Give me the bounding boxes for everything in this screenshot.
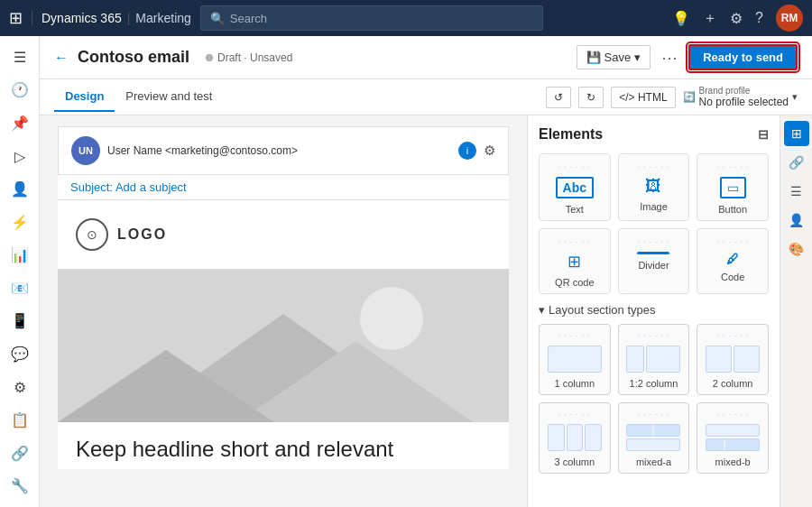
sidebar-item-contacts[interactable]: 👤	[4, 175, 36, 203]
save-dropdown-icon: ▾	[634, 51, 641, 64]
avatar[interactable]: RM	[776, 5, 803, 32]
email-editor: UN User Name <marketing@contoso.com> i ⚙…	[40, 115, 812, 507]
layout-3col-label: 3 column	[555, 456, 595, 467]
headline: Keep headline short and relevant	[58, 422, 509, 469]
redo-button[interactable]: ↻	[578, 87, 604, 108]
sidebar-item-segments[interactable]: ⚡	[4, 208, 36, 236]
toolbar-right: 💾 Save ▾ ⋯ Ready to send	[577, 44, 798, 71]
app-suite-label: Dynamics 365	[42, 11, 122, 25]
sidebar-item-tools[interactable]: 🔧	[4, 473, 36, 501]
more-button[interactable]: ⋯	[658, 44, 681, 71]
element-card-qr[interactable]: · · · · · · ⊞ QR code	[539, 228, 611, 294]
element-card-text[interactable]: · · · · · · Abc Text	[539, 153, 611, 221]
elements-title: Elements	[539, 126, 603, 143]
sidebar-item-settings[interactable]: ⚙	[4, 373, 36, 401]
code-element-label: Code	[721, 272, 744, 282]
save-button[interactable]: 💾 Save ▾	[577, 45, 651, 69]
divider-element-icon	[637, 252, 669, 254]
sidebar-item-pinned[interactable]: 📌	[4, 109, 36, 137]
text-element-icon: Abc	[556, 177, 594, 198]
layout-3col[interactable]: · · · · · · 3 column	[539, 402, 611, 474]
rs-icon-share[interactable]: 🔗	[784, 150, 809, 175]
qr-element-label: QR code	[555, 277, 594, 288]
right-sidebar: ⊞ 🔗 ☰ 👤 🎨	[780, 115, 812, 507]
button-element-label: Button	[718, 204, 747, 215]
rs-icon-list[interactable]: ☰	[784, 179, 809, 204]
sidebar-item-forms[interactable]: 📋	[4, 406, 36, 434]
panel-view-icon[interactable]: ⊟	[758, 127, 769, 142]
email-subject: Subject: Add a subject	[58, 175, 509, 200]
layout-mixed-b-preview	[706, 424, 760, 451]
hero-image[interactable]	[58, 269, 509, 422]
main-layout: ☰ 🕐 📌 ▷ 👤 ⚡ 📊 📧 📱 💬 ⚙ 📋 🔗 🔧 ← Contoso em…	[0, 36, 812, 507]
layout-2col-preview	[706, 346, 760, 373]
brand: Dynamics 365 | Marketing	[32, 11, 191, 25]
layout-mixed-a-preview	[626, 424, 680, 451]
image-element-label: Image	[640, 201, 668, 212]
sidebar-item-menu[interactable]: ☰	[4, 43, 36, 71]
draft-badge: Draft · Unsaved	[206, 51, 292, 64]
email-from: User Name <marketing@contoso.com>	[107, 144, 451, 157]
lightbulb-icon[interactable]: 💡	[672, 10, 690, 27]
layout-2col-label: 2 column	[713, 378, 753, 389]
chevron-down-icon: ▾	[539, 303, 545, 317]
sidebar-item-phone[interactable]: 📱	[4, 308, 36, 336]
search-input[interactable]	[230, 12, 533, 25]
elements-grid: · · · · · · Abc Text · · · · · · 🖼 Image	[539, 153, 769, 294]
brand-profile-value: No profile selected	[699, 96, 789, 108]
rs-icon-paint[interactable]: 🎨	[784, 236, 809, 262]
app-name-label: Marketing	[135, 11, 190, 25]
logo-icon: ⊙	[76, 218, 108, 251]
waffle-icon[interactable]: ⊞	[9, 8, 23, 28]
toolbar: ← Contoso email Draft · Unsaved 💾 Save ▾…	[40, 36, 812, 79]
sidebar-item-email[interactable]: 📧	[4, 274, 36, 302]
code-element-icon: 🖊	[726, 252, 739, 266]
layout-section-title[interactable]: ▾ Layout section types	[539, 303, 769, 317]
layout-mixed-a[interactable]: · · · · · · mixed-a	[618, 402, 690, 474]
qr-element-icon: ⊞	[567, 252, 581, 272]
element-card-image[interactable]: · · · · · · 🖼 Image	[618, 153, 690, 221]
sidebar-item-links[interactable]: 🔗	[4, 439, 36, 467]
layout-12col-preview	[626, 346, 680, 373]
mountain-svg	[58, 269, 509, 422]
subject-input[interactable]: Add a subject	[115, 180, 187, 194]
layout-1col[interactable]: · · · · · · 1 column	[539, 324, 611, 395]
email-inner: UN User Name <marketing@contoso.com> i ⚙…	[58, 126, 509, 469]
sender-avatar: UN	[71, 136, 100, 165]
element-card-divider[interactable]: · · · · · · Divider	[618, 228, 690, 294]
back-button[interactable]: ←	[54, 50, 69, 66]
layout-12col[interactable]: · · · · · · 1:2 column	[618, 324, 690, 395]
content-area: ← Contoso email Draft · Unsaved 💾 Save ▾…	[40, 36, 812, 507]
sidebar-item-analytics[interactable]: 📊	[4, 241, 36, 269]
layout-2col[interactable]: · · · · · · 2 column	[697, 324, 769, 395]
element-card-button[interactable]: · · · · · · ▭ Button	[697, 153, 769, 221]
tab-preview[interactable]: Preview and test	[115, 82, 223, 112]
html-button[interactable]: </> HTML	[611, 87, 675, 108]
logo-section: ⊙ LOGO	[58, 200, 509, 269]
save-label: Save	[604, 51, 632, 64]
help-icon[interactable]: ?	[755, 10, 763, 26]
search-bar[interactable]: 🔍	[200, 5, 543, 31]
tab-actions: ↺ ↻ </> HTML 🔄 Brand profile No profile …	[546, 86, 798, 108]
layout-mixed-b[interactable]: · · · · · · mixed-b	[697, 402, 769, 474]
tab-design[interactable]: Design	[54, 82, 115, 112]
plus-icon[interactable]: ＋	[703, 9, 717, 28]
email-settings-icon[interactable]: ⚙	[484, 143, 495, 159]
search-icon: 🔍	[210, 12, 225, 25]
element-card-code[interactable]: · · · · · · 🖊 Code	[697, 228, 769, 294]
brand-profile-chevron: ▾	[792, 91, 798, 103]
sidebar-item-play[interactable]: ▷	[4, 143, 36, 171]
right-panel-inner: Elements ⊟ · · · · · · Abc Text	[528, 115, 780, 507]
panel-title: Elements ⊟	[539, 126, 769, 143]
sidebar-item-recent[interactable]: 🕐	[4, 77, 36, 105]
rs-icon-elements[interactable]: ⊞	[784, 121, 809, 146]
logo-text: LOGO	[117, 226, 167, 243]
info-icon[interactable]: i	[458, 142, 476, 160]
gear-icon[interactable]: ⚙	[730, 10, 743, 27]
ready-to-send-button[interactable]: Ready to send	[688, 44, 798, 70]
rs-icon-person[interactable]: 👤	[784, 207, 809, 233]
brand-profile-selector[interactable]: 🔄 Brand profile No profile selected ▾	[683, 86, 798, 108]
left-sidebar: ☰ 🕐 📌 ▷ 👤 ⚡ 📊 📧 📱 💬 ⚙ 📋 🔗 🔧	[0, 36, 40, 507]
undo-button[interactable]: ↺	[546, 87, 571, 108]
sidebar-item-messages[interactable]: 💬	[4, 340, 36, 368]
